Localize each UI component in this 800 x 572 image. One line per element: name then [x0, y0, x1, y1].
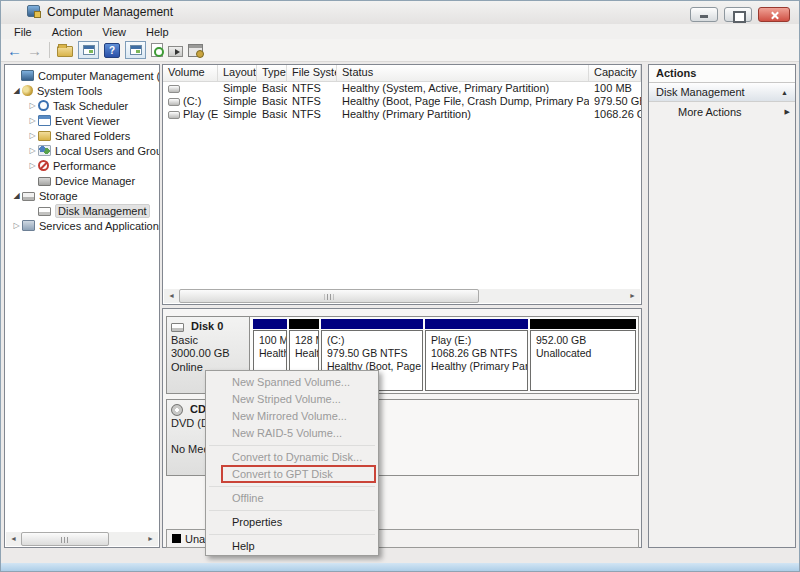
- collapse-expander-icon[interactable]: [11, 191, 22, 200]
- scrollbar-thumb[interactable]: [21, 532, 109, 546]
- tree-item-disk-management[interactable]: Disk Management: [5, 203, 159, 218]
- submenu-arrow-icon: ▶: [785, 108, 790, 116]
- actions-pane: Actions Disk Management ▲ More Actions ▶: [648, 64, 796, 548]
- volume-icon: [168, 85, 180, 93]
- collapse-expander-icon[interactable]: [11, 86, 22, 95]
- volume-icon: [168, 111, 180, 119]
- event-viewer-icon: [38, 115, 51, 126]
- column-header-status[interactable]: Status: [337, 65, 589, 81]
- shared-folders-icon: [38, 131, 51, 141]
- toolbar: ← → ?: [0, 39, 800, 62]
- task-scheduler-icon: [38, 100, 49, 111]
- scrollbar-thumb[interactable]: [179, 289, 479, 303]
- close-button[interactable]: [758, 7, 790, 22]
- column-header-type[interactable]: Type: [257, 65, 287, 81]
- more-actions-item[interactable]: More Actions ▶: [649, 102, 795, 118]
- tree-item-services-and-applications[interactable]: Services and Applications: [5, 218, 159, 233]
- partition-unallocated[interactable]: 952.00 GB Unallocated: [530, 319, 636, 391]
- scroll-left-icon[interactable]: ◄: [6, 532, 21, 546]
- services-and-applications-icon: [22, 220, 35, 231]
- volume-icon: [168, 98, 180, 106]
- tree-item-local-users-and-groups[interactable]: Local Users and Groups: [5, 143, 159, 158]
- partition-color-bar: [530, 319, 636, 329]
- scroll-right-icon[interactable]: ►: [625, 289, 640, 303]
- up-one-level-icon[interactable]: [57, 46, 73, 57]
- minimize-button[interactable]: [690, 7, 718, 22]
- help-icon[interactable]: ?: [104, 43, 120, 58]
- tree-item-system-tools[interactable]: System Tools: [5, 83, 159, 98]
- back-icon[interactable]: ←: [7, 43, 22, 58]
- menu-item-offline[interactable]: Offline: [206, 490, 378, 507]
- expand-expander-icon[interactable]: [27, 131, 38, 140]
- menu-item-help[interactable]: Help: [206, 538, 378, 555]
- disk-context-menu: New Spanned Volume... New Striped Volume…: [205, 370, 379, 556]
- menu-file[interactable]: File: [4, 26, 42, 38]
- tree-item-performance[interactable]: Performance: [5, 158, 159, 173]
- column-header-layout[interactable]: Layout: [218, 65, 257, 81]
- tree-item-shared-folders[interactable]: Shared Folders: [5, 128, 159, 143]
- export-list-icon[interactable]: [168, 46, 183, 57]
- maximize-button[interactable]: [724, 7, 752, 22]
- menu-view[interactable]: View: [92, 26, 136, 38]
- scroll-right-icon[interactable]: ►: [143, 532, 158, 546]
- menu-item-new-mirrored-volume[interactable]: New Mirrored Volume...: [206, 408, 378, 425]
- expand-expander-icon[interactable]: [27, 101, 38, 110]
- volume-list-horizontal-scrollbar[interactable]: ◄ ►: [164, 289, 640, 303]
- column-header-volume[interactable]: Volume: [163, 65, 218, 81]
- window-bottom-border: [0, 563, 800, 572]
- menu-separator: [209, 510, 375, 511]
- partition-play-e[interactable]: Play (E:) 1068.26 GB NTFS Healthy (Prima…: [425, 319, 528, 391]
- actions-disk-management-section[interactable]: Disk Management ▲: [649, 83, 795, 102]
- expand-expander-icon[interactable]: [27, 146, 38, 155]
- tree-item-device-manager[interactable]: Device Manager: [5, 173, 159, 188]
- column-header-file-system[interactable]: File System: [287, 65, 337, 81]
- computer-management-app-icon: [27, 5, 40, 17]
- window-title: Computer Management: [47, 5, 173, 19]
- toolbar-separator: [49, 42, 50, 58]
- console-properties-icon[interactable]: [188, 44, 203, 57]
- tree-item-event-viewer[interactable]: Event Viewer: [5, 113, 159, 128]
- menu-bar: File Action View Help: [0, 24, 800, 39]
- show-actions-pane-icon[interactable]: [125, 41, 146, 59]
- performance-icon: [38, 160, 49, 171]
- collapse-section-icon[interactable]: ▲: [781, 89, 788, 96]
- expand-expander-icon[interactable]: [11, 221, 22, 230]
- unallocated-legend-swatch: [172, 534, 181, 543]
- forward-icon[interactable]: →: [27, 43, 42, 58]
- volume-row-system[interactable]: Simple Basic NTFS Healthy (System, Activ…: [163, 82, 641, 95]
- column-header-capacity[interactable]: Capacity: [589, 65, 641, 81]
- expand-expander-icon[interactable]: [27, 116, 38, 125]
- show-console-tree-icon[interactable]: [78, 41, 99, 59]
- volume-row-play-e[interactable]: Play (E:) Simple Basic NTFS Healthy (Pri…: [163, 108, 641, 121]
- tree-item-computer-management[interactable]: Computer Management (Local: [5, 68, 159, 83]
- volume-list-pane: Volume Layout Type File System Status Ca…: [162, 64, 642, 305]
- disk-management-icon: [38, 207, 51, 216]
- console-tree-pane: Computer Management (Local System Tools …: [4, 64, 160, 548]
- menu-item-new-raid5-volume[interactable]: New RAID-5 Volume...: [206, 425, 378, 442]
- partition-color-bar: [289, 319, 319, 329]
- actions-pane-title: Actions: [649, 65, 795, 83]
- cd-icon: [171, 404, 183, 416]
- refresh-icon[interactable]: [151, 43, 163, 57]
- partition-color-bar: [253, 319, 287, 329]
- menu-help[interactable]: Help: [136, 26, 179, 38]
- menu-item-new-striped-volume[interactable]: New Striped Volume...: [206, 391, 378, 408]
- scroll-left-icon[interactable]: ◄: [164, 289, 179, 303]
- local-users-and-groups-icon: [38, 145, 51, 156]
- actions-window-icon: [130, 45, 142, 55]
- computer-icon: [21, 70, 34, 81]
- menu-separator: [209, 534, 375, 535]
- menu-item-properties[interactable]: Properties: [206, 514, 378, 531]
- menu-action[interactable]: Action: [42, 26, 93, 38]
- tree-item-task-scheduler[interactable]: Task Scheduler: [5, 98, 159, 113]
- expand-expander-icon[interactable]: [27, 161, 38, 170]
- disk-icon: [171, 323, 184, 332]
- menu-separator: [209, 445, 375, 446]
- tree-horizontal-scrollbar[interactable]: ◄ ►: [6, 532, 158, 546]
- menu-item-new-spanned-volume[interactable]: New Spanned Volume...: [206, 374, 378, 391]
- menu-item-convert-to-gpt-disk[interactable]: Convert to GPT Disk: [206, 466, 378, 483]
- tree-item-storage[interactable]: Storage: [5, 188, 159, 203]
- menu-item-convert-to-dynamic-disk[interactable]: Convert to Dynamic Disk...: [206, 449, 378, 466]
- volume-list-header: Volume Layout Type File System Status Ca…: [163, 65, 641, 82]
- volume-row-c[interactable]: (C:) Simple Basic NTFS Healthy (Boot, Pa…: [163, 95, 641, 108]
